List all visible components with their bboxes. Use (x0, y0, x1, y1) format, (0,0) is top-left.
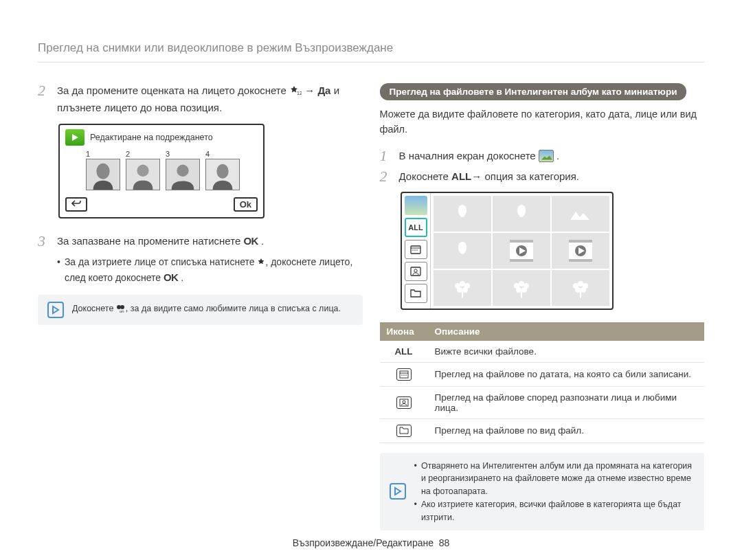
svg-point-8 (216, 164, 228, 179)
step-number-3: 3 (38, 234, 50, 249)
svg-rect-44 (580, 290, 581, 298)
step3-text: За запазване на промените натиснете OK . (57, 234, 264, 249)
table-row: Преглед на файлове по вид файл. (380, 418, 705, 443)
step-number-2: 2 (38, 83, 50, 115)
sidebar-face-button[interactable] (405, 262, 427, 281)
svg-point-18 (414, 269, 417, 271)
th-desc: Описание (428, 322, 705, 341)
svg-point-6 (177, 165, 188, 177)
svg-rect-17 (411, 267, 420, 276)
thumb (493, 196, 550, 232)
svg-point-31 (462, 287, 468, 293)
sidebar-all-button[interactable]: ALL (405, 218, 427, 237)
thumb-video (493, 233, 550, 269)
step2-text: За да промените оценката на лицето докос… (57, 83, 363, 115)
sidebar-photo-icon[interactable] (405, 196, 427, 215)
right-intro: Можете да видите файловете по категория,… (380, 107, 705, 137)
page-title: Преглед на снимки или видеоклипове в реж… (38, 41, 704, 63)
star-rank-icon: 123 (289, 85, 302, 100)
table-row: Преглед на файлове според разпознати лиц… (380, 386, 705, 418)
thumb-flower (434, 270, 491, 306)
ok-inline-icon: OK (243, 235, 258, 247)
svg-rect-45 (400, 371, 408, 378)
svg-point-37 (521, 287, 527, 293)
svg-point-14 (412, 249, 414, 251)
step-number-2-right: 2 (380, 169, 392, 185)
svg-rect-25 (569, 259, 592, 262)
svg-point-42 (575, 287, 581, 293)
svg-rect-12 (411, 246, 420, 254)
face-thumb-3 (166, 159, 200, 190)
svg-point-2 (96, 164, 109, 179)
device-back-button[interactable] (65, 197, 87, 212)
play-mode-icon (65, 129, 85, 146)
favorite-faces-icon: on (116, 303, 126, 317)
thumb-mountain (552, 196, 609, 232)
svg-rect-21 (510, 259, 533, 262)
svg-point-47 (401, 374, 403, 376)
icon-description-table: Икона Описание ALL Вижте всички файлове.… (380, 322, 705, 443)
svg-point-33 (519, 281, 524, 287)
table-row: Преглед на файлове по датата, на която с… (380, 362, 705, 386)
sidebar-folder-button[interactable] (405, 284, 427, 303)
svg-rect-38 (521, 290, 522, 298)
svg-point-39 (578, 281, 583, 287)
svg-text:123: 123 (297, 91, 302, 96)
step-number-1-right: 1 (380, 148, 392, 164)
thumb-flower (552, 270, 609, 306)
svg-rect-32 (462, 290, 463, 298)
svg-point-49 (405, 374, 407, 376)
note-icon (47, 302, 64, 318)
svg-point-43 (581, 287, 586, 293)
gallery-icon (539, 150, 554, 162)
device-ok-button[interactable]: Ok (234, 197, 258, 212)
table-row: ALL Вижте всички файлове. (380, 341, 705, 363)
star-trash-icon (257, 256, 265, 270)
thumb (434, 196, 491, 232)
right-step2: Докоснете ALL→ опция за категория. (399, 169, 580, 185)
face-thumb-1 (86, 159, 120, 190)
svg-rect-20 (510, 240, 533, 243)
face-thumb-2 (126, 159, 160, 190)
device-screenshot-edit-order: Редактиране на подреждането 1 2 3 4 Ok (58, 124, 265, 219)
folder-icon (396, 425, 412, 437)
date-icon (396, 368, 412, 381)
face-thumb-4 (205, 159, 240, 190)
section-pill-header: Преглед на файловете в Интелигентен албу… (380, 83, 687, 100)
note-icon (390, 483, 406, 500)
smart-album-screenshot: ALL (401, 192, 614, 310)
svg-point-51 (403, 401, 405, 403)
note-box-left: Докоснете on , за да видите само любимит… (38, 295, 363, 325)
sidebar-date-button[interactable] (405, 240, 427, 259)
svg-point-27 (460, 281, 465, 287)
svg-point-4 (137, 165, 148, 177)
th-icon: Икона (380, 322, 428, 341)
svg-text:on: on (120, 309, 124, 313)
right-step1: В началния екран докоснете . (399, 148, 560, 164)
thumb (434, 233, 491, 269)
svg-point-16 (416, 249, 418, 251)
thumb-video (552, 233, 609, 269)
svg-point-36 (516, 287, 521, 293)
svg-point-30 (457, 287, 462, 293)
svg-rect-24 (569, 240, 592, 243)
thumb-flower (493, 270, 550, 306)
ok-inline-icon-2: OK (164, 271, 179, 283)
svg-point-15 (414, 249, 416, 251)
note-box-right: Отварянето на Интелигентен албум или да … (380, 453, 705, 531)
face-icon (396, 396, 412, 409)
device-title: Редактиране на подреждането (90, 133, 213, 142)
page-footer: Възпроизвеждане/Редактиране 88 (38, 537, 704, 548)
svg-point-48 (403, 374, 405, 376)
step3-subbullet: • За да изтриете лице от списъка натисне… (57, 255, 363, 285)
